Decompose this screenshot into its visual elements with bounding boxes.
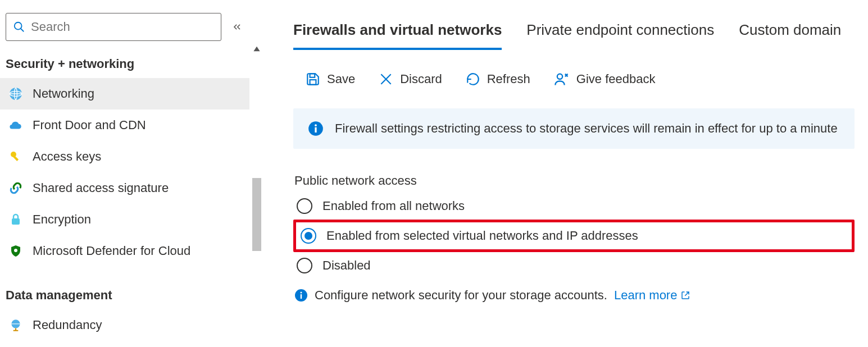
search-row: [0, 0, 249, 51]
info-banner: Firewall settings restricting access to …: [293, 108, 855, 149]
learn-more-link[interactable]: Learn more: [614, 288, 691, 303]
svg-rect-11: [310, 80, 316, 85]
discard-button[interactable]: Discard: [375, 70, 446, 89]
svg-line-1: [21, 29, 24, 32]
save-label: Save: [327, 72, 355, 86]
helper-text: Configure network security for your stor…: [315, 288, 607, 303]
info-icon: [294, 289, 308, 302]
radio-label: Enabled from all networks: [322, 199, 465, 213]
sidebar-item-defender[interactable]: Microsoft Defender for Cloud: [0, 235, 249, 267]
external-link-icon: [680, 290, 690, 300]
search-box[interactable]: [6, 13, 221, 41]
svg-point-14: [557, 74, 562, 79]
sidebar-item-sas[interactable]: Shared access signature: [0, 172, 249, 204]
sidebar-item-access-keys[interactable]: Access keys: [0, 141, 249, 172]
svg-rect-6: [12, 218, 20, 225]
svg-point-20: [301, 292, 302, 294]
public-network-access-group: Enabled from all networks Enabled from s…: [293, 194, 855, 278]
sidebar-item-label: Networking: [33, 86, 94, 101]
svg-point-7: [14, 249, 17, 252]
section-security-networking: Security + networking: [0, 51, 249, 78]
radio-icon: [297, 258, 312, 273]
sidebar-item-label: Front Door and CDN: [33, 118, 146, 133]
discard-label: Discard: [400, 72, 442, 86]
globe-stand-icon: [8, 317, 24, 333]
svg-point-0: [15, 22, 22, 30]
refresh-icon: [466, 72, 480, 86]
command-bar: Save Discard Refresh Give feedback: [293, 61, 855, 108]
chevron-double-left-icon: [231, 21, 243, 33]
svg-point-17: [315, 124, 317, 126]
link-icon: [8, 180, 24, 196]
sidebar-scrollbar[interactable]: [251, 45, 263, 347]
public-network-access-label: Public network access: [293, 174, 855, 188]
lock-icon: [8, 212, 24, 227]
tab-custom-domain[interactable]: Custom domain: [739, 12, 841, 49]
refresh-label: Refresh: [487, 72, 530, 86]
collapse-sidebar-button[interactable]: [230, 21, 244, 33]
info-icon: [308, 121, 324, 136]
sidebar-item-redundancy[interactable]: Redundancy: [0, 309, 249, 341]
radio-disabled[interactable]: Disabled: [293, 253, 855, 278]
nav-list: Networking Front Door and CDN Acces: [0, 78, 249, 347]
learn-more-label: Learn more: [614, 288, 678, 303]
search-icon: [13, 21, 25, 33]
sidebar-item-label: Redundancy: [33, 318, 102, 332]
save-icon: [306, 72, 320, 86]
radio-icon: [297, 198, 312, 214]
close-icon: [379, 72, 393, 86]
key-icon: [8, 149, 24, 165]
sidebar: Security + networking Networking: [0, 0, 263, 347]
main-content: Firewalls and virtual networks Private e…: [263, 0, 868, 347]
info-banner-text: Firewall settings restricting access to …: [335, 121, 838, 136]
radio-label: Disabled: [322, 258, 371, 273]
feedback-label: Give feedback: [576, 72, 656, 86]
feedback-icon: [554, 71, 570, 87]
tab-bar: Firewalls and virtual networks Private e…: [293, 12, 855, 49]
svg-rect-19: [301, 294, 302, 299]
radio-all-networks[interactable]: Enabled from all networks: [293, 194, 855, 218]
radio-selected-networks[interactable]: Enabled from selected virtual networks a…: [297, 223, 851, 248]
shield-icon: [8, 243, 24, 259]
svg-rect-5: [13, 156, 19, 161]
refresh-button[interactable]: Refresh: [462, 70, 534, 89]
sidebar-item-label: Microsoft Defender for Cloud: [33, 244, 190, 258]
sidebar-item-encryption[interactable]: Encryption: [0, 204, 249, 235]
radio-label: Enabled from selected virtual networks a…: [326, 229, 638, 243]
scroll-thumb[interactable]: [252, 178, 261, 251]
globe-icon: [8, 86, 24, 102]
sidebar-item-networking[interactable]: Networking: [0, 78, 249, 109]
section-data-management: Data management: [0, 282, 249, 309]
tab-firewalls[interactable]: Firewalls and virtual networks: [293, 12, 502, 49]
svg-rect-10: [310, 74, 315, 77]
tab-private-endpoint[interactable]: Private endpoint connections: [526, 12, 714, 49]
radio-icon: [301, 228, 316, 244]
sidebar-item-label: Shared access signature: [33, 181, 169, 195]
highlight-annotation: Enabled from selected virtual networks a…: [293, 220, 855, 252]
sidebar-item-frontdoor[interactable]: Front Door and CDN: [0, 109, 249, 141]
helper-text-row: Configure network security for your stor…: [293, 288, 855, 303]
search-input[interactable]: [31, 20, 214, 34]
sidebar-item-label: Access keys: [33, 149, 101, 164]
cloud-icon: [8, 117, 24, 133]
sidebar-item-label: Encryption: [33, 212, 91, 227]
save-button[interactable]: Save: [302, 70, 358, 89]
svg-rect-16: [315, 127, 316, 133]
svg-marker-9: [253, 47, 260, 51]
feedback-button[interactable]: Give feedback: [551, 69, 659, 89]
caret-up-icon: [251, 45, 263, 53]
